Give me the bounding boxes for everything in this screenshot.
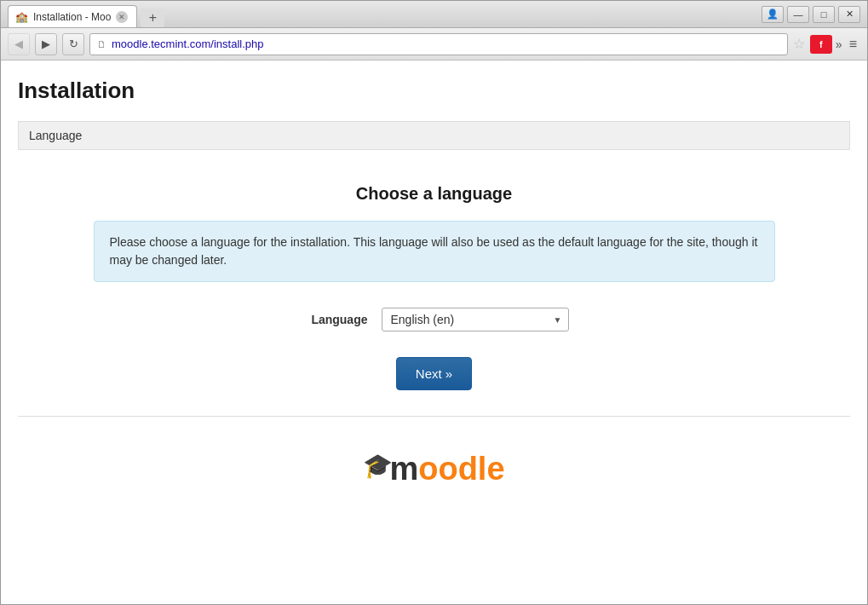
moodle-hat-icon: 🎓	[363, 452, 393, 480]
content-area: Choose a language Please choose a langua…	[18, 176, 850, 399]
tab-title: Installation - Moo	[33, 11, 111, 23]
close-button[interactable]: ✕	[838, 6, 860, 23]
page-content: Installation Language Choose a language …	[1, 60, 867, 604]
language-select-wrapper: English (en) French (fr) German (de) Spa…	[382, 308, 569, 331]
forward-button[interactable]: ▶	[35, 33, 57, 55]
moodle-letter-oodle: oodle	[418, 451, 504, 487]
menu-button[interactable]: ≡	[846, 37, 860, 52]
page-icon: 🗋	[97, 39, 106, 49]
language-form-row: Language English (en) French (fr) German…	[300, 308, 569, 331]
browser-toolbar: ◀ ▶ ↻ 🗋 moodle.tecmint.com/install.php ☆…	[1, 28, 867, 60]
tab-close-button[interactable]: ✕	[116, 11, 128, 23]
active-tab[interactable]: 🏫 Installation - Moo ✕	[8, 5, 137, 27]
moodle-letter-m: m	[389, 451, 418, 487]
info-text: Please choose a language for the install…	[110, 235, 758, 267]
section-header-label: Language	[29, 129, 82, 142]
flipboard-button[interactable]: f	[810, 35, 832, 54]
maximize-button[interactable]: □	[813, 6, 835, 23]
bookmark-star-button[interactable]: ☆	[793, 36, 805, 52]
address-text: moodle.tecmint.com/install.php	[112, 37, 780, 50]
reload-button[interactable]: ↻	[62, 33, 84, 55]
tabs-area: 🏫 Installation - Moo ✕ +	[8, 1, 762, 27]
new-tab-button[interactable]: +	[141, 9, 164, 27]
address-bar[interactable]: 🗋 moodle.tecmint.com/install.php	[89, 33, 788, 55]
titlebar: 🏫 Installation - Moo ✕ + 👤 — □ ✕	[1, 1, 867, 28]
address-domain: moodle.tecmint.com	[112, 37, 210, 50]
info-box: Please choose a language for the install…	[94, 221, 775, 282]
back-button[interactable]: ◀	[8, 33, 30, 55]
account-button[interactable]: 👤	[762, 6, 784, 23]
minimize-button[interactable]: —	[787, 6, 809, 23]
language-select[interactable]: English (en) French (fr) German (de) Spa…	[382, 308, 569, 331]
browser-window: 🏫 Installation - Moo ✕ + 👤 — □ ✕ ◀ ▶ ↻ 🗋…	[0, 0, 868, 605]
tab-favicon: 🏫	[15, 11, 28, 23]
footer-divider	[18, 416, 850, 417]
extensions-button[interactable]: »	[836, 37, 842, 51]
page-title: Installation	[18, 78, 850, 104]
window-controls: 👤 — □ ✕	[762, 6, 860, 23]
footer-logo: 🎓 moodle	[18, 442, 850, 496]
toolbar-right-actions: f » ≡	[810, 35, 860, 54]
address-path: /install.php	[210, 37, 263, 50]
moodle-logo: 🎓 moodle	[363, 451, 504, 487]
next-button[interactable]: Next »	[396, 357, 472, 390]
content-title: Choose a language	[356, 184, 512, 204]
language-label: Language	[300, 313, 368, 326]
section-header: Language	[18, 121, 850, 150]
